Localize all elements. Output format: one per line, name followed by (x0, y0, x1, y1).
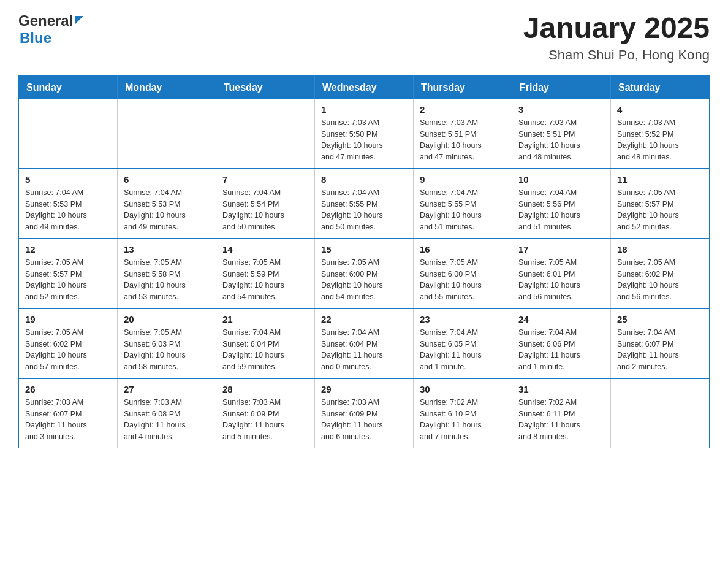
day-number: 12 (25, 244, 111, 255)
logo-blue-text: Blue (20, 29, 51, 47)
calendar-title: January 2025 (523, 12, 710, 45)
day-number: 20 (124, 314, 210, 324)
day-info: Sunrise: 7:05 AM Sunset: 5:58 PM Dayligh… (124, 257, 210, 303)
calendar-week-row: 5Sunrise: 7:04 AM Sunset: 5:53 PM Daylig… (19, 169, 710, 239)
day-info: Sunrise: 7:03 AM Sunset: 6:09 PM Dayligh… (222, 397, 308, 443)
day-number: 31 (518, 384, 604, 394)
table-row: 18Sunrise: 7:05 AM Sunset: 6:02 PM Dayli… (611, 239, 710, 308)
day-number: 5 (25, 174, 111, 185)
day-number: 30 (420, 384, 506, 394)
day-number: 8 (321, 174, 407, 185)
day-number: 15 (321, 244, 407, 255)
header-friday: Friday (512, 75, 611, 99)
table-row: 7Sunrise: 7:04 AM Sunset: 5:54 PM Daylig… (216, 169, 315, 239)
logo: General Blue (18, 12, 83, 47)
day-info: Sunrise: 7:04 AM Sunset: 6:05 PM Dayligh… (420, 327, 506, 373)
day-number: 23 (420, 314, 506, 324)
header-monday: Monday (118, 75, 216, 99)
table-row: 19Sunrise: 7:05 AM Sunset: 6:02 PM Dayli… (19, 308, 118, 378)
table-row: 25Sunrise: 7:04 AM Sunset: 6:07 PM Dayli… (611, 308, 710, 378)
day-info: Sunrise: 7:03 AM Sunset: 6:07 PM Dayligh… (25, 397, 111, 443)
day-number: 10 (518, 174, 604, 185)
title-section: January 2025 Sham Shui Po, Hong Kong (523, 12, 710, 63)
day-info: Sunrise: 7:04 AM Sunset: 5:56 PM Dayligh… (518, 187, 604, 233)
day-number: 27 (124, 384, 210, 394)
day-info: Sunrise: 7:03 AM Sunset: 6:08 PM Dayligh… (124, 397, 210, 443)
logo-general-text: General (18, 12, 73, 29)
table-row: 6Sunrise: 7:04 AM Sunset: 5:53 PM Daylig… (118, 169, 216, 239)
day-number: 9 (420, 174, 506, 185)
day-number: 2 (420, 104, 506, 115)
logo-triangle-icon (75, 16, 83, 25)
day-info: Sunrise: 7:02 AM Sunset: 6:11 PM Dayligh… (518, 397, 604, 443)
table-row: 15Sunrise: 7:05 AM Sunset: 6:00 PM Dayli… (315, 239, 414, 308)
calendar-location: Sham Shui Po, Hong Kong (523, 47, 710, 63)
table-row: 27Sunrise: 7:03 AM Sunset: 6:08 PM Dayli… (118, 378, 216, 448)
day-number: 4 (617, 104, 703, 115)
day-info: Sunrise: 7:03 AM Sunset: 5:51 PM Dayligh… (420, 117, 506, 163)
day-info: Sunrise: 7:03 AM Sunset: 5:52 PM Dayligh… (617, 117, 703, 163)
table-row: 26Sunrise: 7:03 AM Sunset: 6:07 PM Dayli… (19, 378, 118, 448)
day-info: Sunrise: 7:04 AM Sunset: 6:06 PM Dayligh… (518, 327, 604, 373)
table-row: 5Sunrise: 7:04 AM Sunset: 5:53 PM Daylig… (19, 169, 118, 239)
day-number: 11 (617, 174, 703, 185)
day-number: 14 (222, 244, 308, 255)
day-info: Sunrise: 7:05 AM Sunset: 6:02 PM Dayligh… (25, 327, 111, 373)
day-info: Sunrise: 7:04 AM Sunset: 6:07 PM Dayligh… (617, 327, 703, 373)
day-info: Sunrise: 7:04 AM Sunset: 6:04 PM Dayligh… (321, 327, 407, 373)
day-info: Sunrise: 7:03 AM Sunset: 6:09 PM Dayligh… (321, 397, 407, 443)
table-row: 20Sunrise: 7:05 AM Sunset: 6:03 PM Dayli… (118, 308, 216, 378)
table-row: 31Sunrise: 7:02 AM Sunset: 6:11 PM Dayli… (512, 378, 611, 448)
day-info: Sunrise: 7:05 AM Sunset: 5:57 PM Dayligh… (25, 257, 111, 303)
day-info: Sunrise: 7:04 AM Sunset: 5:55 PM Dayligh… (420, 187, 506, 233)
table-row: 4Sunrise: 7:03 AM Sunset: 5:52 PM Daylig… (611, 99, 710, 169)
day-number: 22 (321, 314, 407, 324)
table-row: 29Sunrise: 7:03 AM Sunset: 6:09 PM Dayli… (315, 378, 414, 448)
day-number: 26 (25, 384, 111, 394)
day-info: Sunrise: 7:05 AM Sunset: 5:57 PM Dayligh… (617, 187, 703, 233)
day-number: 19 (25, 314, 111, 324)
table-row: 10Sunrise: 7:04 AM Sunset: 5:56 PM Dayli… (512, 169, 611, 239)
calendar-table: Sunday Monday Tuesday Wednesday Thursday… (18, 75, 710, 448)
table-row: 23Sunrise: 7:04 AM Sunset: 6:05 PM Dayli… (414, 308, 512, 378)
table-row: 14Sunrise: 7:05 AM Sunset: 5:59 PM Dayli… (216, 239, 315, 308)
day-number: 24 (518, 314, 604, 324)
header-sunday: Sunday (19, 75, 118, 99)
table-row: 3Sunrise: 7:03 AM Sunset: 5:51 PM Daylig… (512, 99, 611, 169)
calendar-header-row: Sunday Monday Tuesday Wednesday Thursday… (19, 75, 710, 99)
day-info: Sunrise: 7:05 AM Sunset: 5:59 PM Dayligh… (222, 257, 308, 303)
day-info: Sunrise: 7:03 AM Sunset: 5:50 PM Dayligh… (321, 117, 407, 163)
day-info: Sunrise: 7:04 AM Sunset: 6:04 PM Dayligh… (222, 327, 308, 373)
day-number: 18 (617, 244, 703, 255)
table-row: 16Sunrise: 7:05 AM Sunset: 6:00 PM Dayli… (414, 239, 512, 308)
day-info: Sunrise: 7:05 AM Sunset: 6:00 PM Dayligh… (420, 257, 506, 303)
table-row: 11Sunrise: 7:05 AM Sunset: 5:57 PM Dayli… (611, 169, 710, 239)
day-number: 21 (222, 314, 308, 324)
day-info: Sunrise: 7:05 AM Sunset: 6:01 PM Dayligh… (518, 257, 604, 303)
header-saturday: Saturday (611, 75, 710, 99)
day-number: 1 (321, 104, 407, 115)
table-row: 28Sunrise: 7:03 AM Sunset: 6:09 PM Dayli… (216, 378, 315, 448)
calendar-week-row: 12Sunrise: 7:05 AM Sunset: 5:57 PM Dayli… (19, 239, 710, 308)
page-header: General Blue January 2025 Sham Shui Po, … (18, 12, 710, 63)
table-row: 12Sunrise: 7:05 AM Sunset: 5:57 PM Dayli… (19, 239, 118, 308)
header-thursday: Thursday (414, 75, 512, 99)
day-info: Sunrise: 7:05 AM Sunset: 6:00 PM Dayligh… (321, 257, 407, 303)
table-row: 22Sunrise: 7:04 AM Sunset: 6:04 PM Dayli… (315, 308, 414, 378)
calendar-week-row: 1Sunrise: 7:03 AM Sunset: 5:50 PM Daylig… (19, 99, 710, 169)
header-wednesday: Wednesday (315, 75, 414, 99)
table-row: 30Sunrise: 7:02 AM Sunset: 6:10 PM Dayli… (414, 378, 512, 448)
table-row: 1Sunrise: 7:03 AM Sunset: 5:50 PM Daylig… (315, 99, 414, 169)
day-number: 17 (518, 244, 604, 255)
day-info: Sunrise: 7:04 AM Sunset: 5:53 PM Dayligh… (25, 187, 111, 233)
table-row: 17Sunrise: 7:05 AM Sunset: 6:01 PM Dayli… (512, 239, 611, 308)
table-row: 2Sunrise: 7:03 AM Sunset: 5:51 PM Daylig… (414, 99, 512, 169)
table-row (611, 378, 710, 448)
table-row: 8Sunrise: 7:04 AM Sunset: 5:55 PM Daylig… (315, 169, 414, 239)
day-info: Sunrise: 7:04 AM Sunset: 5:54 PM Dayligh… (222, 187, 308, 233)
day-number: 25 (617, 314, 703, 324)
table-row: 21Sunrise: 7:04 AM Sunset: 6:04 PM Dayli… (216, 308, 315, 378)
table-row (118, 99, 216, 169)
table-row: 13Sunrise: 7:05 AM Sunset: 5:58 PM Dayli… (118, 239, 216, 308)
day-info: Sunrise: 7:02 AM Sunset: 6:10 PM Dayligh… (420, 397, 506, 443)
